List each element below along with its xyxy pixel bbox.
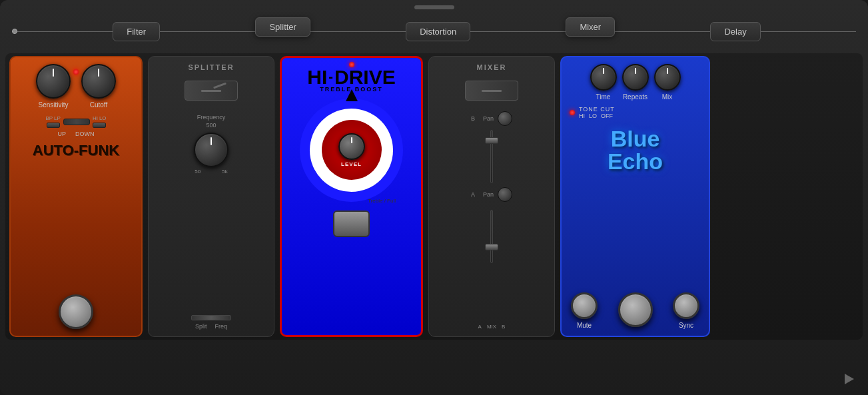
repeats-knob[interactable] xyxy=(622,64,649,91)
splitter-button[interactable]: Splitter xyxy=(255,17,310,37)
input-node xyxy=(12,29,17,34)
freq-label: Frequency xyxy=(197,114,226,121)
pedal-distortion: HI - DRIVE TREBLE BOOST xyxy=(280,56,423,337)
mute-label: Mute xyxy=(577,322,592,329)
level-label: LEVEL xyxy=(341,161,362,167)
pedal-board: Sensitivity Cutoff BP LP xyxy=(5,53,863,340)
freq-section: Frequency 500 50 5k xyxy=(194,114,228,175)
filter-button[interactable]: Filter xyxy=(113,22,160,41)
mute-footswitch-container: Mute xyxy=(571,292,598,329)
down-label: DOWN xyxy=(75,131,95,137)
mix-delay-label: Mix xyxy=(662,93,673,101)
hidrive-drive: DRIVE xyxy=(334,69,396,86)
tone-hi-label: HI xyxy=(579,113,585,119)
mix-a-label: A xyxy=(478,324,482,330)
chain-line-3 xyxy=(310,31,406,32)
sensitivity-knob[interactable] xyxy=(36,64,71,99)
split-label: Split xyxy=(195,323,207,330)
distortion-button[interactable]: Distortion xyxy=(406,22,470,41)
channel-b-label: B xyxy=(471,115,475,122)
sync-footswitch-container: Sync xyxy=(673,292,699,329)
hidrive-circle-mid: LEVEL Treble / Full xyxy=(310,109,393,192)
level-knob[interactable] xyxy=(338,133,365,160)
time-label: Time xyxy=(596,93,611,101)
repeats-label: Repeats xyxy=(623,93,648,101)
pan-b-knob[interactable] xyxy=(498,111,512,126)
time-knob[interactable] xyxy=(590,64,617,91)
mixer-icon xyxy=(465,81,518,101)
hidrive-circle-inner: LEVEL xyxy=(322,120,382,180)
pan-a-knob[interactable] xyxy=(498,187,512,202)
b-fader-thumb[interactable] xyxy=(485,137,498,144)
bp-label: BP xyxy=(45,115,53,121)
splitter-title: SPLITTER xyxy=(188,63,234,71)
pedal-autofunk: Sensitivity Cutoff BP LP xyxy=(9,56,143,337)
delay-main-footswitch[interactable] xyxy=(618,292,653,327)
cutoff-knob-container: Cutoff xyxy=(81,64,116,109)
delay-button[interactable]: Delay xyxy=(710,22,760,41)
blue-echo-logo-container: BlueEcho xyxy=(608,127,663,173)
hi-label: HI xyxy=(93,115,98,121)
cutoff-label: Cutoff xyxy=(90,101,108,109)
chain-line-5 xyxy=(615,31,710,32)
lp-label: LP xyxy=(54,115,61,121)
pan-a-label: Pan xyxy=(483,191,494,198)
autofunk-footswitch[interactable] xyxy=(59,294,93,329)
chain-line-2 xyxy=(160,31,255,32)
sync-footswitch[interactable] xyxy=(673,292,699,319)
mixer-button[interactable]: Mixer xyxy=(566,17,615,37)
distortion-footswitch[interactable] xyxy=(333,210,370,237)
lo-label: LO xyxy=(99,115,107,121)
center-slider[interactable] xyxy=(63,119,90,125)
delay-bottom-row: Mute Sync xyxy=(567,292,703,329)
freq-value: 500 xyxy=(206,122,216,129)
time-knob-container: Time xyxy=(590,64,617,101)
split-fader[interactable] xyxy=(191,315,231,320)
pedal-mixer: MIXER B Pan A Pa xyxy=(428,56,555,337)
chain-line-6 xyxy=(761,31,856,32)
hidrive-hi: HI xyxy=(307,69,327,86)
chain-line-1 xyxy=(17,31,113,32)
freq-bottom-label: Freq xyxy=(215,323,228,330)
scale-high: 5k xyxy=(222,169,227,175)
autofunk-led xyxy=(73,69,79,75)
repeats-knob-container: Repeats xyxy=(622,64,649,101)
drag-handle[interactable] xyxy=(414,5,454,9)
delay-knobs-row: Time Repeats Mix xyxy=(590,64,681,101)
pan-b-label: Pan xyxy=(483,115,494,122)
b-fader-track xyxy=(490,130,493,183)
up-label: UP xyxy=(57,131,66,137)
tone-cut-label: TONE CUT xyxy=(579,106,615,113)
mix-delay-knob[interactable] xyxy=(654,64,681,91)
mute-footswitch[interactable] xyxy=(571,292,598,319)
play-button[interactable] xyxy=(843,372,856,386)
mix-knob-container: Mix xyxy=(654,64,681,101)
freq-knob-container xyxy=(194,133,228,167)
main-container: Filter Splitter Distortion Mixer Delay S… xyxy=(0,0,868,395)
pedal-splitter: SPLITTER Frequency 500 50 5k xyxy=(148,56,274,337)
sync-label: Sync xyxy=(679,322,693,329)
tone-off-label: OFF xyxy=(601,113,613,119)
sensitivity-knob-container: Sensitivity xyxy=(36,64,71,109)
splitter-icon xyxy=(185,81,238,101)
a-fader-track xyxy=(490,210,493,263)
a-fader-thumb[interactable] xyxy=(485,244,498,250)
bp-lp-switch[interactable] xyxy=(47,123,60,128)
delay-led xyxy=(570,110,575,115)
signal-chain: Filter Splitter Distortion Mixer Delay xyxy=(5,15,863,48)
hi-lo-switch[interactable] xyxy=(93,123,106,128)
pedal-delay: Time Repeats Mix TONE CUT HI xyxy=(560,56,710,337)
play-icon xyxy=(845,374,854,384)
autofunk-title: AUTO-FUNK xyxy=(33,143,119,159)
freq-knob[interactable] xyxy=(194,133,228,167)
tone-lo-label: LO xyxy=(589,113,597,119)
scale-low: 50 xyxy=(195,169,201,175)
hidrive-bg: HI - DRIVE TREBLE BOOST xyxy=(284,62,418,331)
treble-full-label: Treble / Full xyxy=(368,198,396,204)
cutoff-knob[interactable] xyxy=(81,64,116,99)
mix-b-label: B xyxy=(502,324,505,330)
mixer-title: MIXER xyxy=(477,63,507,71)
freq-scale: 50 5k xyxy=(195,169,227,175)
hidrive-circle-outer: LEVEL Treble / Full xyxy=(300,99,403,202)
hidrive-subtitle: TREBLE BOOST xyxy=(284,86,418,93)
